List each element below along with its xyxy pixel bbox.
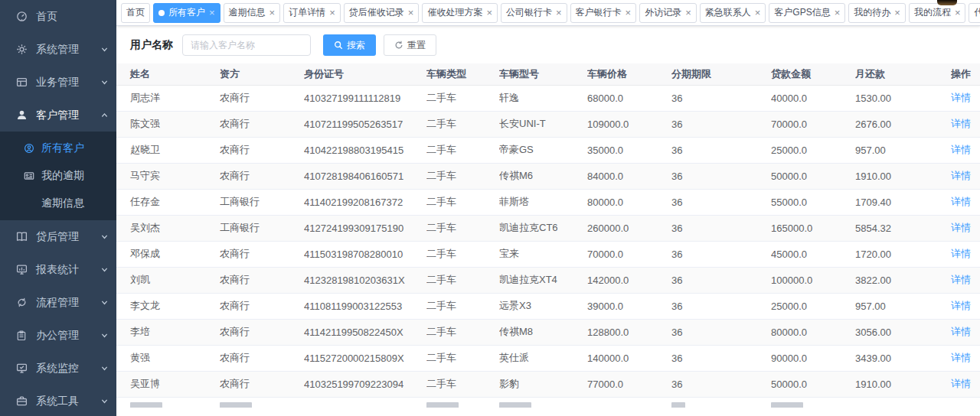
close-icon[interactable]: × xyxy=(835,8,841,18)
tab-item[interactable]: 客户GPS信息× xyxy=(769,3,845,23)
cell-monthly: 1720.00 xyxy=(855,241,951,267)
customers-table: 姓名资方身份证号车辆类型车辆型号车辆价格分期期限贷款金额月还款操作 周志洋农商行… xyxy=(116,63,980,408)
cell-type: 二手车 xyxy=(426,215,499,241)
close-icon[interactable]: × xyxy=(894,8,900,18)
tab-item[interactable]: 我的流程× xyxy=(909,3,966,23)
tab-active[interactable]: 所有客户× xyxy=(153,3,220,23)
cell-type: 二手车 xyxy=(426,137,499,163)
close-icon[interactable]: × xyxy=(556,8,562,18)
cell-type: 二手车 xyxy=(426,189,499,215)
sidebar-item[interactable]: 系统工具 xyxy=(0,385,116,416)
tab-item[interactable]: 代签任务× xyxy=(969,3,980,23)
detail-link[interactable]: 详情 xyxy=(951,378,971,389)
close-icon[interactable]: × xyxy=(486,8,492,18)
sidebar-subitem[interactable]: 逾期信息 xyxy=(0,190,116,217)
dashboard-icon xyxy=(15,11,28,23)
cell-action: 详情 xyxy=(951,241,980,267)
sidebar-item[interactable]: 首页 xyxy=(0,0,116,33)
sidebar-item[interactable]: 报表统计 xyxy=(0,253,116,286)
tab-item[interactable]: 逾期信息× xyxy=(224,3,281,23)
clipboard-icon xyxy=(15,330,28,342)
user-icon xyxy=(15,109,28,122)
flow-icon xyxy=(15,297,28,309)
chevron-down-icon xyxy=(100,331,109,340)
sidebar-item[interactable]: 贷后管理 xyxy=(0,220,116,253)
column-header: 资方 xyxy=(220,63,304,85)
cell-name: 赵晓卫 xyxy=(116,137,220,163)
sidebar-item[interactable]: 客户管理 xyxy=(0,99,116,132)
detail-link[interactable]: 详情 xyxy=(951,196,971,207)
close-icon[interactable]: × xyxy=(755,8,761,18)
detail-link[interactable]: 详情 xyxy=(951,300,971,311)
detail-link[interactable]: 详情 xyxy=(951,144,971,155)
cell-id_no: 41152720000215809X xyxy=(304,345,426,371)
text-fragment xyxy=(499,402,531,408)
detail-link[interactable]: 详情 xyxy=(951,118,971,129)
close-icon[interactable]: × xyxy=(408,8,414,18)
tab-item[interactable]: 我的待办× xyxy=(848,3,906,23)
reset-button[interactable]: 重置 xyxy=(384,34,436,56)
tab-item[interactable]: 催收处理方案× xyxy=(422,3,498,23)
chevron-down-icon xyxy=(100,298,109,307)
cell-action: 详情 xyxy=(951,111,980,137)
detail-link[interactable]: 详情 xyxy=(951,92,971,103)
search-form: 用户名称 搜索 重置 xyxy=(116,26,980,63)
detail-link[interactable]: 详情 xyxy=(951,326,971,337)
close-icon[interactable]: × xyxy=(955,8,961,18)
cell-funder: 农商行 xyxy=(220,85,304,111)
cell-model: 帝豪GS xyxy=(499,137,587,163)
column-header: 车辆价格 xyxy=(587,63,671,85)
search-input[interactable] xyxy=(182,34,311,56)
cell-type: 二手车 xyxy=(426,293,499,319)
cell-action: 详情 xyxy=(951,189,980,215)
sidebar-subitem[interactable]: 所有客户 xyxy=(0,135,116,162)
refresh-icon xyxy=(394,41,403,50)
tab-item[interactable]: 贷后催收记录× xyxy=(344,3,420,23)
cell-model: 传祺M6 xyxy=(499,163,587,189)
close-icon[interactable]: × xyxy=(270,8,276,18)
close-icon[interactable]: × xyxy=(329,8,335,18)
text-fragment xyxy=(771,402,803,408)
tab-label: 所有客户 xyxy=(168,6,205,19)
cell-action: 详情 xyxy=(951,85,980,111)
tab-label: 代签任务 xyxy=(974,6,980,19)
sidebar-item[interactable]: 业务管理 xyxy=(0,66,116,99)
chart-icon xyxy=(15,264,28,276)
tab-item[interactable]: 紧急联系人× xyxy=(700,3,766,23)
cell-funder: 农商行 xyxy=(220,293,304,319)
detail-link[interactable]: 详情 xyxy=(951,352,971,363)
sidebar-item[interactable]: 办公管理 xyxy=(0,319,116,352)
cell-monthly: 1910.00 xyxy=(855,371,951,397)
tab-item[interactable]: 订单详情× xyxy=(283,3,341,23)
cell-term: 36 xyxy=(671,241,771,267)
tab-item[interactable]: 客户银行卡× xyxy=(570,3,637,23)
grid-icon xyxy=(15,76,28,89)
tab-label: 订单详情 xyxy=(289,6,325,19)
cell-term: 36 xyxy=(671,345,771,371)
sidebar-item[interactable]: 系统监控 xyxy=(0,352,116,385)
detail-link[interactable]: 详情 xyxy=(951,274,971,285)
sidebar-subitem-label: 我的逾期 xyxy=(41,169,84,183)
cell-loan: 45000.0 xyxy=(771,241,855,267)
close-icon[interactable]: × xyxy=(626,8,632,18)
close-icon[interactable]: × xyxy=(685,8,691,18)
sidebar-subitem[interactable]: 我的逾期 xyxy=(0,162,116,190)
cell-model: 菲斯塔 xyxy=(499,189,587,215)
tab-item[interactable]: 外访记录× xyxy=(639,3,697,23)
tab-item[interactable]: 公司银行卡× xyxy=(501,3,567,23)
table-row: 周志洋农商行410327199111112819二手车轩逸68000.03640… xyxy=(116,85,980,111)
sidebar-item[interactable]: 系统管理 xyxy=(0,33,116,66)
table-row: 李培农商行41142119950822450X二手车传祺M8128800.036… xyxy=(116,319,980,345)
cell-id_no: 410325199709223094 xyxy=(304,371,426,397)
detail-link[interactable]: 详情 xyxy=(951,222,971,233)
cell-name: 吴刘杰 xyxy=(116,215,220,241)
tab-item[interactable]: 首页 xyxy=(121,3,150,23)
search-button[interactable]: 搜索 xyxy=(323,34,376,56)
clipped-text xyxy=(130,398,220,408)
close-icon[interactable]: × xyxy=(209,8,215,18)
cell-term: 36 xyxy=(671,163,771,189)
sidebar-item[interactable]: 流程管理 xyxy=(0,286,116,319)
detail-link[interactable]: 详情 xyxy=(951,170,971,181)
avatar-partial[interactable] xyxy=(937,0,957,5)
detail-link[interactable]: 详情 xyxy=(951,248,971,259)
